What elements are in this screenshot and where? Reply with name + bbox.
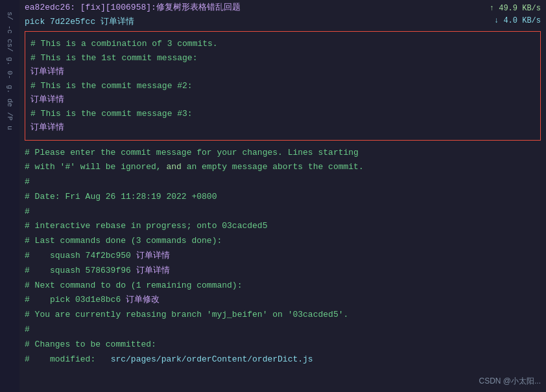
sidebar-item-2: -c	[6, 25, 14, 34]
lower-line-15: # modified: src/pages/park/orderContent/…	[25, 352, 541, 367]
sidebar-item-7: de	[6, 98, 14, 107]
content-area: ↑ 49.9 KB/s ↓ 4.0 KB/s ea82edc26: [fix][…	[19, 0, 546, 392]
lower-line-3: #	[25, 175, 541, 190]
editor-line-3: # This is the commit message #2:	[30, 79, 535, 93]
lower-line-11: # pick 03d1e8bc6 订单修改	[25, 293, 541, 308]
main-container: s/ -c cs/ g. 0- g. de /P u ↑ 49.9 KB/s ↓…	[0, 0, 546, 392]
commit-header-bar: ea82edc26: [fix][1006958]:修复树形表格错乱回题	[19, 0, 546, 14]
editor-chinese-1: 订单详情	[30, 65, 535, 79]
sidebar-item-8: /P	[6, 112, 14, 121]
lower-line-6: # interactive rebase in progress; onto 0…	[25, 219, 541, 234]
lower-line-10: # Next command to do (1 remaining comman…	[25, 279, 541, 294]
sidebar: s/ -c cs/ g. 0- g. de /P u	[0, 0, 19, 392]
lower-line-8: # squash 74f2bc950 订单详情	[25, 249, 541, 264]
editor-chinese-3: 订单详情	[30, 121, 535, 135]
sidebar-item-4: g.	[6, 57, 14, 65]
lower-line-5: #	[25, 205, 541, 220]
speed-indicator: ↑ 49.9 KB/s ↓ 4.0 KB/s	[484, 0, 546, 30]
lower-line-12: # You are currently rebasing branch 'myj…	[25, 308, 541, 323]
sidebar-item-1: s/	[6, 12, 14, 20]
lower-line-4: # Date: Fri Aug 26 11:28:19 2022 +0800	[25, 190, 541, 205]
pick-line: pick 7d22e5fcc 订单详情	[19, 14, 546, 29]
lower-line-14: # Changes to be committed:	[25, 338, 541, 352]
sidebar-item-9: u	[6, 126, 14, 130]
lower-line-9: # squash 578639f96 订单详情	[25, 264, 541, 279]
download-speed: ↓ 4.0 KB/s	[494, 15, 541, 27]
sidebar-item-6: g.	[6, 85, 14, 93]
editor-box[interactable]: # This is a combination of 3 commits. # …	[25, 31, 541, 141]
sidebar-item-3: cs/	[6, 39, 14, 52]
lower-line-7: # Last commands done (3 commands done):	[25, 234, 541, 249]
lower-line-1: # Please enter the commit message for yo…	[25, 146, 541, 161]
lower-line-13: #	[25, 323, 541, 338]
commit-hash-line: ea82edc26: [fix][1006958]:修复树形表格错乱回题	[25, 1, 241, 13]
editor-chinese-2: 订单详情	[30, 93, 535, 107]
watermark: CSDN @小太阳...	[479, 376, 541, 387]
lower-line-2-text: # with '#' will be ignored, and an empty…	[25, 162, 364, 172]
editor-line-4: # This is the commit message #3:	[30, 107, 535, 121]
editor-line-1: # This is a combination of 3 commits.	[30, 37, 535, 51]
editor-line-2: # This is the 1st commit message:	[30, 51, 535, 65]
upload-speed: ↑ 49.9 KB/s	[490, 3, 541, 15]
sidebar-item-5: 0-	[6, 71, 14, 79]
lower-line-2: # with '#' will be ignored, and an empty…	[25, 160, 541, 175]
lower-section: # Please enter the commit message for yo…	[19, 143, 546, 393]
